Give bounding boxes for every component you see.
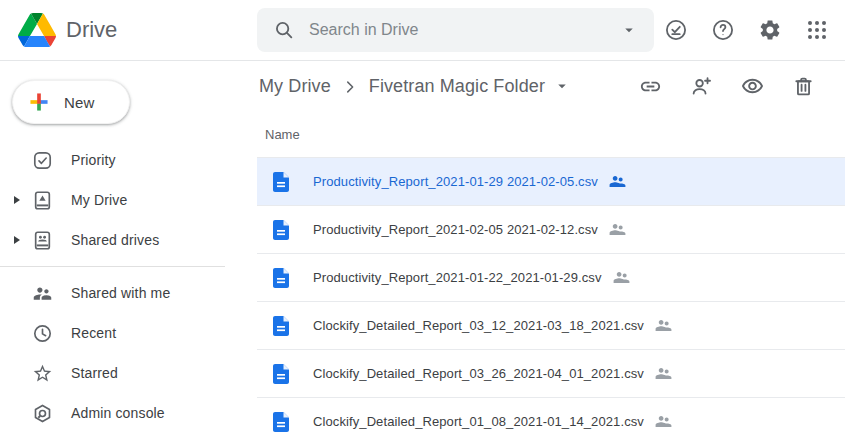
csv-file-icon (273, 220, 289, 240)
file-row[interactable]: Clockify_Detailed_Report_03_12_2021-03_1… (257, 302, 845, 350)
file-name: Clockify_Detailed_Report_01_08_2021-01_1… (313, 414, 644, 429)
sidebar: New Priority (0, 61, 257, 439)
breadcrumb-my-drive[interactable]: My Drive (259, 76, 331, 97)
folder-menu-caret-icon[interactable] (553, 77, 571, 95)
shared-people-icon (608, 172, 627, 191)
breadcrumb-current-folder[interactable]: Fivetran Magic Folder (369, 76, 545, 97)
share-add-person-icon[interactable] (690, 75, 713, 98)
google-drive-app: Drive (0, 0, 845, 439)
sidebar-item-shared-drives[interactable]: Shared drives (0, 220, 257, 260)
sidebar-item-my-drive[interactable]: My Drive (0, 180, 257, 220)
top-bar: Drive (0, 0, 845, 61)
csv-file-icon (273, 268, 289, 288)
file-row[interactable]: Clockify_Detailed_Report_01_08_2021-01_1… (257, 398, 845, 439)
delete-trash-icon[interactable] (792, 75, 815, 98)
file-list-header[interactable]: Name (257, 111, 845, 158)
csv-file-icon (273, 316, 289, 336)
shared-people-icon (654, 316, 673, 335)
search-icon (273, 19, 295, 41)
file-name: Productivity_Report_2021-01-29 2021-02-0… (313, 174, 598, 189)
topbar-actions (664, 18, 845, 42)
search-options-caret-icon[interactable] (620, 21, 638, 39)
multicolor-plus-icon (28, 91, 50, 113)
help-icon[interactable] (711, 18, 735, 42)
selection-toolbar (639, 75, 815, 98)
chevron-right-icon (341, 78, 359, 96)
file-name: Clockify_Detailed_Report_03_12_2021-03_1… (313, 318, 644, 333)
starred-icon (32, 363, 53, 384)
my-drive-icon (32, 190, 53, 211)
name-column-header: Name (265, 127, 300, 142)
file-name: Productivity_Report_2021-02-05 2021-02-1… (313, 222, 598, 237)
apps-grid-icon[interactable] (805, 18, 829, 42)
shared-drives-icon (32, 230, 53, 251)
file-row[interactable]: Productivity_Report_2021-02-05 2021-02-1… (257, 206, 845, 254)
drive-logo-icon (18, 13, 56, 47)
csv-file-icon (273, 172, 289, 192)
file-name: Clockify_Detailed_Report_03_26_2021-04_0… (313, 366, 644, 381)
shared-people-icon (654, 364, 673, 383)
breadcrumb-bar: My Drive Fivetran Magic Folder (257, 61, 845, 111)
drive-logo-home[interactable]: Drive (0, 13, 257, 47)
search-input[interactable] (309, 21, 620, 39)
sidebar-item-shared-with-me[interactable]: Shared with me (0, 273, 257, 313)
csv-file-icon (273, 364, 289, 384)
admin-console-icon (32, 403, 53, 424)
priority-icon (32, 150, 53, 171)
shared-people-icon (654, 412, 673, 431)
file-row[interactable]: Productivity_Report_2021-01-22_2021-01-2… (257, 254, 845, 302)
settings-icon[interactable] (758, 18, 782, 42)
file-row[interactable]: Productivity_Report_2021-01-29 2021-02-0… (257, 158, 845, 206)
shared-with-me-icon (32, 283, 53, 304)
file-row[interactable]: Clockify_Detailed_Report_03_26_2021-04_0… (257, 350, 845, 398)
app-title: Drive (66, 17, 117, 43)
sidebar-item-admin-console[interactable]: Admin console (0, 393, 257, 433)
new-button-label: New (64, 94, 95, 111)
search-bar[interactable] (257, 8, 654, 52)
sidebar-item-recent[interactable]: Recent (0, 313, 257, 353)
main-content: My Drive Fivetran Magic Folder (257, 61, 845, 439)
expand-arrow-icon[interactable] (8, 236, 26, 244)
recent-icon (32, 323, 53, 344)
shared-people-icon (608, 220, 627, 239)
get-link-icon[interactable] (639, 75, 662, 98)
expand-arrow-icon[interactable] (8, 196, 26, 204)
sidebar-divider (0, 266, 225, 267)
shared-people-icon (612, 268, 631, 287)
file-name: Productivity_Report_2021-01-22_2021-01-2… (313, 270, 602, 285)
sidebar-item-priority[interactable]: Priority (0, 140, 257, 180)
preview-eye-icon[interactable] (741, 75, 764, 98)
offline-status-icon[interactable] (664, 18, 688, 42)
sidebar-item-starred[interactable]: Starred (0, 353, 257, 393)
new-button[interactable]: New (12, 80, 130, 124)
sidebar-nav: Priority My Drive (0, 140, 257, 433)
file-list: Productivity_Report_2021-01-29 2021-02-0… (257, 158, 845, 439)
csv-file-icon (273, 412, 289, 432)
